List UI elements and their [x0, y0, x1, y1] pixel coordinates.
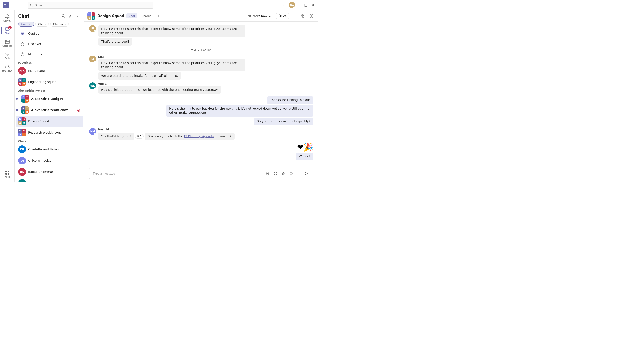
eric-avatar: EI	[89, 56, 96, 62]
filter-channels[interactable]: Channels	[50, 22, 69, 26]
main-content: Activity 2 Chat Calendar Calls	[0, 10, 318, 182]
maximize-button[interactable]: □	[303, 2, 309, 8]
chat-item-research[interactable]: R W S Y Research weekly sync	[15, 127, 84, 138]
sidebar-item-chat[interactable]: 2 Chat	[1, 25, 14, 37]
message-input-box: +	[89, 168, 313, 180]
chat-item-alex-team[interactable]: A T C H Alexandria team chat @	[15, 104, 84, 116]
global-search[interactable]	[28, 2, 153, 9]
reaction-heart[interactable]: ❤️ 1	[135, 134, 144, 138]
message-input[interactable]	[93, 172, 263, 175]
copilot-item[interactable]: Copilot	[16, 28, 83, 39]
design-squad-name: Design Squad	[28, 120, 80, 123]
svg-point-17	[279, 15, 280, 16]
more-options-button[interactable]: ⋯	[282, 2, 288, 8]
discover-item[interactable]: Discover	[16, 39, 83, 49]
sidebar-item-onedrive[interactable]: OneDrive	[1, 62, 14, 74]
meet-now-button[interactable]: Meet now ⌄	[244, 13, 274, 19]
bell-icon	[5, 14, 10, 19]
pop-out-button[interactable]	[299, 12, 306, 20]
activity-label: Activity	[3, 20, 11, 22]
titlebar: T ‹ › ⋯ DA − □ ✕	[0, 0, 318, 10]
self-messages: Thanks for kicking this off! Here's the …	[166, 96, 313, 125]
shared-tab[interactable]: Shared	[140, 14, 154, 18]
date-divider: Today, 1:00 PM	[89, 49, 313, 52]
nav-forward[interactable]: ›	[20, 2, 26, 8]
sidebar-item-calls[interactable]: Calls	[1, 50, 14, 62]
kayo-bubble-2: Btw, can you check the LT Planning Agend…	[145, 132, 234, 140]
svg-text:T: T	[4, 4, 6, 7]
side-by-side-button[interactable]	[308, 12, 315, 20]
search-input[interactable]	[35, 4, 151, 7]
engsquad-name: Engineering squad	[28, 80, 80, 84]
online-status	[293, 6, 295, 8]
new-chat-button[interactable]	[67, 13, 73, 19]
chat-item-mona[interactable]: MK Mona Kane	[15, 65, 84, 76]
add-tab-button[interactable]: +	[156, 13, 161, 19]
will-message-content: Will L. Hey Daniela, great timing! We ju…	[98, 82, 221, 94]
chat-search-button[interactable]	[60, 13, 66, 19]
chat-item-engsquad[interactable]: E S Q U Engineering squad	[15, 76, 84, 88]
more-actions-button[interactable]: +	[296, 170, 302, 176]
chats-section-label: Chats	[15, 138, 84, 144]
phone-icon	[5, 52, 10, 57]
send-icon	[305, 172, 308, 175]
discover-icon	[19, 40, 26, 47]
people-icon	[278, 14, 282, 18]
chat-item-babak[interactable]: BS Babak Shammas	[15, 166, 84, 178]
loop-button[interactable]	[288, 170, 294, 176]
sidebar-item-activity[interactable]: Activity	[1, 12, 14, 24]
filter-expand-button[interactable]: ⌄	[74, 13, 80, 19]
close-button[interactable]: ✕	[310, 2, 316, 8]
minimize-button[interactable]: −	[296, 2, 302, 8]
mentions-icon	[19, 51, 26, 58]
message-group: EI Hey, I wanted to start this chat to g…	[89, 25, 313, 46]
format-button[interactable]	[265, 170, 271, 176]
search-icon	[62, 14, 65, 18]
more-apps-button[interactable]: ⋯	[4, 159, 11, 167]
chat-item-unicorn[interactable]: UI Unicorn invoice	[15, 155, 84, 166]
filter-chats[interactable]: Chats	[35, 22, 49, 26]
research-avatar: R W S Y	[18, 128, 26, 136]
sidebar-item-calendar[interactable]: Calendar	[1, 37, 14, 49]
format-icon	[266, 172, 269, 175]
attach-button[interactable]	[280, 170, 286, 176]
chat-item-design-squad[interactable]: D S Q U Design Squad	[16, 116, 83, 127]
chat-tab[interactable]: Chat	[126, 14, 137, 18]
link-backlog[interactable]: link	[186, 107, 191, 110]
sidebar-item-apps[interactable]: Apps	[1, 168, 14, 180]
chat-main: D S Q U Design Squad Chat Shared + Meet …	[84, 10, 318, 182]
popout-icon	[301, 14, 305, 18]
chat-options-button[interactable]: ⋯	[54, 13, 60, 19]
chat-item-marie[interactable]: MB Marie Beaudouin	[15, 178, 84, 182]
chat-item-alex-budget[interactable]: A B C D Alexandria Budget	[15, 93, 84, 104]
self-bubble-3: Do you want to sync really quickly?	[254, 118, 313, 125]
svg-point-23	[274, 172, 277, 175]
marie-avatar: MB	[18, 179, 26, 182]
user-avatar[interactable]: DA	[289, 2, 295, 8]
mentions-item[interactable]: Mentions	[16, 49, 83, 60]
alex-budget-avatar: A B C D	[21, 95, 29, 103]
chat-header-right: Meet now ⌄ 24 ⋯	[244, 12, 315, 20]
meet-now-chevron: ⌄	[268, 14, 271, 18]
alex-team-name: Alexandria team chat	[31, 108, 75, 112]
message-group-kayo: KM Kayo M. Yes that'd be great! ❤️ 1 Btw…	[89, 128, 313, 140]
emoji-reaction: ❤️🎉	[297, 143, 313, 152]
chat-panel-actions: ⋯ ⌄	[54, 13, 80, 19]
message-input-area: +	[84, 165, 318, 182]
nav-back[interactable]: ‹	[13, 2, 19, 8]
send-button[interactable]	[303, 170, 310, 176]
lt-planning-link[interactable]: LT Planning Agenda	[184, 134, 214, 138]
at-icon	[20, 52, 25, 56]
chat-list: Copilot Discover Menti	[15, 28, 84, 182]
emoji-button[interactable]	[272, 170, 278, 176]
titlebar-actions: ⋯ DA − □ ✕	[282, 2, 316, 8]
alex-budget-name: Alexandria Budget	[31, 97, 80, 100]
participants-button[interactable]: 24	[276, 13, 289, 19]
filter-unread[interactable]: Unread	[18, 22, 34, 26]
eric-bubble-2: We are starting to do intake for next ha…	[98, 72, 181, 80]
self-messages-2: ❤️🎉 Will do!	[296, 143, 313, 160]
alexandria-section-label: Alexandria Project	[15, 88, 84, 93]
filter-row: Unread Chats Channels	[15, 21, 84, 28]
chat-more-options[interactable]: ⋯	[291, 12, 298, 20]
chat-item-charlotte[interactable]: CB Charlotte and Babak	[15, 144, 84, 155]
